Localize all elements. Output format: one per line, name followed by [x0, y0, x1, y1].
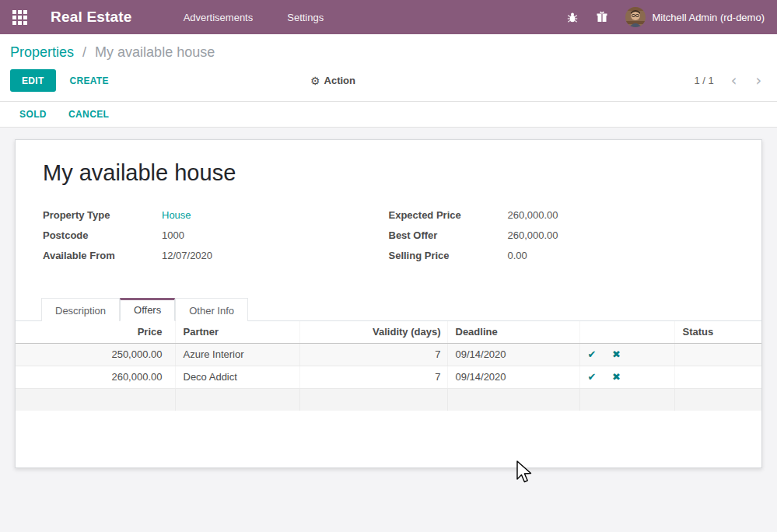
offer-row-azure-interior[interactable]: 250,000.00 Azure Interior 7 09/14/2020 ✔… — [16, 343, 761, 366]
selling-price-value: 0.00 — [508, 250, 527, 261]
tab-description[interactable]: Description — [41, 298, 120, 321]
offer-validity[interactable]: 7 — [299, 343, 447, 366]
expected-price-value: 260,000.00 — [508, 209, 558, 221]
action-menu[interactable]: ⚙ Action — [310, 75, 355, 87]
expected-price-label: Expected Price — [389, 209, 508, 221]
column-header-deadline[interactable]: Deadline — [447, 321, 579, 343]
control-panel: Properties / My available house EDIT CRE… — [0, 34, 777, 102]
menu-advertisements[interactable]: Advertisements — [176, 7, 261, 28]
offer-deadline[interactable]: 09/14/2020 — [447, 343, 579, 366]
field-column-right: Expected Price 260,000.00 Best Offer 260… — [389, 209, 735, 270]
best-offer-value: 260,000.00 — [508, 229, 558, 241]
offer-deadline[interactable]: 09/14/2020 — [447, 366, 579, 388]
gear-icon: ⚙ — [310, 75, 320, 87]
accept-offer-icon[interactable]: ✔ — [588, 371, 597, 383]
pager-previous-icon[interactable]: ‹ — [731, 73, 737, 88]
offer-actions: ✔ ✖ — [579, 366, 674, 388]
empty-row — [16, 388, 761, 411]
offer-actions: ✔ ✖ — [579, 343, 674, 366]
column-header-partner[interactable]: Partner — [175, 321, 299, 343]
column-header-status[interactable]: Status — [674, 321, 761, 343]
field-column-left: Property Type House Postcode 1000 Availa… — [43, 209, 389, 270]
top-navbar: Real Estate Advertisements Settings — [0, 0, 777, 34]
offer-row-deco-addict[interactable]: 260,000.00 Deco Addict 7 09/14/2020 ✔ ✖ — [16, 366, 761, 388]
form-sheet: My available house Property Type House P… — [15, 139, 762, 468]
postcode-label: Postcode — [43, 229, 162, 241]
offers-table: Price Partner Validity (days) Deadline S… — [16, 321, 761, 411]
offer-price[interactable]: 250,000.00 — [16, 343, 175, 366]
menu-settings[interactable]: Settings — [279, 7, 331, 28]
breadcrumb-separator: / — [82, 44, 86, 60]
offer-status — [674, 366, 761, 388]
edit-button[interactable]: EDIT — [10, 69, 56, 92]
sold-button[interactable]: SOLD — [19, 109, 47, 120]
pager-value: 1 / 1 — [694, 75, 713, 86]
selling-price-label: Selling Price — [389, 250, 508, 261]
offers-table-header-row: Price Partner Validity (days) Deadline S… — [16, 321, 761, 343]
notebook: Description Offers Other Info Price Part… — [16, 298, 761, 411]
statusbar: SOLD CANCEL — [0, 102, 777, 128]
column-header-actions — [579, 321, 674, 343]
navbar-right: Mitchell Admin (rd-demo) — [566, 7, 765, 27]
column-header-validity[interactable]: Validity (days) — [299, 321, 447, 343]
offer-partner[interactable]: Azure Interior — [175, 343, 299, 366]
pager: 1 / 1 ‹ › — [694, 73, 761, 88]
breadcrumb: Properties / My available house — [10, 44, 765, 61]
user-avatar — [625, 7, 646, 27]
field-groups: Property Type House Postcode 1000 Availa… — [43, 209, 734, 270]
control-panel-buttons: EDIT CREATE ⚙ Action 1 / 1 ‹ › — [10, 69, 765, 92]
postcode-value: 1000 — [162, 229, 184, 241]
action-label: Action — [324, 75, 355, 86]
user-name: Mitchell Admin (rd-demo) — [653, 12, 765, 23]
content-area: My available house Property Type House P… — [0, 128, 777, 468]
navbar-menus: Advertisements Settings — [176, 7, 332, 28]
refuse-offer-icon[interactable]: ✖ — [612, 371, 621, 383]
breadcrumb-current: My available house — [95, 44, 215, 60]
offer-price[interactable]: 260,000.00 — [16, 366, 175, 388]
offer-validity[interactable]: 7 — [299, 366, 447, 388]
property-title: My available house — [43, 160, 734, 186]
tab-strip: Description Offers Other Info — [16, 298, 761, 321]
available-from-label: Available From — [43, 250, 162, 261]
app-title: Real Estate — [51, 9, 132, 26]
accept-offer-icon[interactable]: ✔ — [588, 348, 597, 360]
offer-status — [674, 343, 761, 366]
available-from-value: 12/07/2020 — [162, 250, 212, 261]
debug-bug-icon[interactable] — [566, 11, 579, 24]
breadcrumb-properties-link[interactable]: Properties — [10, 44, 74, 60]
tab-other-info[interactable]: Other Info — [175, 298, 248, 321]
refuse-offer-icon[interactable]: ✖ — [612, 348, 621, 360]
apps-menu-icon[interactable] — [12, 10, 27, 25]
tab-offers[interactable]: Offers — [120, 298, 175, 321]
create-button[interactable]: CREATE — [70, 75, 109, 86]
pager-next-icon[interactable]: › — [755, 73, 761, 88]
user-menu[interactable]: Mitchell Admin (rd-demo) — [625, 7, 765, 27]
property-type-label: Property Type — [43, 209, 162, 221]
property-type-value[interactable]: House — [162, 209, 191, 221]
column-header-price[interactable]: Price — [16, 321, 175, 343]
offer-partner[interactable]: Deco Addict — [175, 366, 299, 388]
cancel-button[interactable]: CANCEL — [68, 109, 109, 120]
gift-icon[interactable] — [596, 11, 609, 24]
best-offer-label: Best Offer — [389, 229, 508, 241]
